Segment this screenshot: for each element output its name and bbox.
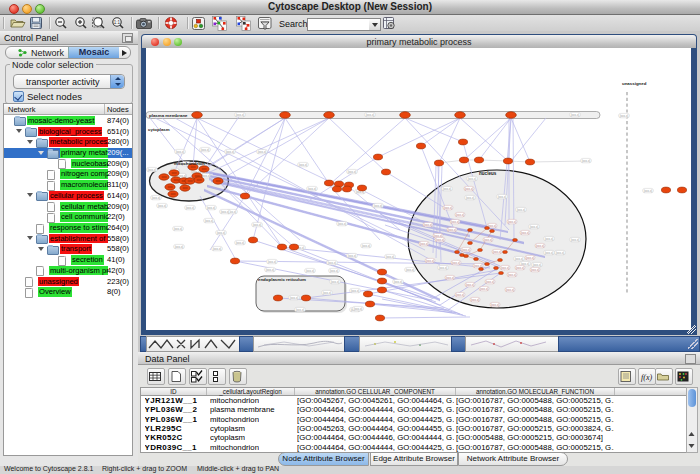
svg-text:(xxx-x): (xxx-x) bbox=[201, 148, 210, 152]
svg-text:1:1: 1:1 bbox=[114, 20, 121, 25]
svg-text:(xxx-x): (xxx-x) bbox=[456, 293, 465, 297]
svg-text:xxxx: xxxx bbox=[173, 179, 179, 182]
svg-text:xxxx: xxxx bbox=[201, 168, 207, 171]
svg-text:(xxx-x): (xxx-x) bbox=[424, 223, 433, 227]
svg-text:nucleus: nucleus bbox=[479, 171, 497, 176]
svg-text:(xxx-x): (xxx-x) bbox=[406, 268, 415, 272]
svg-text:(xxx-x): (xxx-x) bbox=[386, 255, 395, 259]
svg-text:(xxx-x): (xxx-x) bbox=[202, 174, 211, 178]
svg-text:(xxx-x): (xxx-x) bbox=[471, 298, 480, 302]
svg-text:(xxx-x): (xxx-x) bbox=[221, 210, 230, 214]
svg-text:(xxx-x): (xxx-x) bbox=[531, 268, 540, 272]
svg-text:(xxx-x): (xxx-x) bbox=[328, 261, 337, 265]
svg-text:(xxx-x): (xxx-x) bbox=[436, 238, 445, 242]
svg-text:(xxx-x): (xxx-x) bbox=[506, 288, 515, 292]
svg-text:(xxx-x): (xxx-x) bbox=[306, 269, 315, 273]
svg-text:(xxx-x): (xxx-x) bbox=[446, 276, 455, 280]
svg-text:(xxx-x): (xxx-x) bbox=[174, 227, 183, 231]
svg-text:(xxx-x): (xxx-x) bbox=[644, 189, 653, 193]
svg-text:(xxx-x): (xxx-x) bbox=[253, 223, 262, 227]
svg-text:xxxx: xxxx bbox=[187, 180, 193, 183]
svg-text:(xxx-x): (xxx-x) bbox=[299, 163, 308, 167]
svg-text:xxxx: xxxx bbox=[167, 186, 173, 189]
svg-text:(xxx-x): (xxx-x) bbox=[348, 254, 357, 258]
svg-text:(xxx-x): (xxx-x) bbox=[217, 231, 226, 235]
svg-text:xxxx: xxxx bbox=[161, 176, 167, 179]
svg-text:(xxx-x): (xxx-x) bbox=[186, 206, 195, 210]
svg-text:(xxx-x): (xxx-x) bbox=[498, 195, 507, 199]
svg-text:(xxx-x): (xxx-x) bbox=[152, 196, 161, 200]
svg-text:(xxx-x): (xxx-x) bbox=[452, 261, 461, 265]
svg-text:(xxx-x): (xxx-x) bbox=[296, 308, 305, 312]
svg-text:(xxx-x): (xxx-x) bbox=[468, 177, 477, 181]
svg-text:(xxx-x): (xxx-x) bbox=[526, 256, 535, 260]
svg-text:(xxx-x): (xxx-x) bbox=[484, 238, 493, 242]
svg-text:unassigned: unassigned bbox=[622, 81, 647, 86]
svg-text:(xxx-x): (xxx-x) bbox=[582, 159, 591, 163]
svg-text:(xxx-x): (xxx-x) bbox=[508, 273, 517, 277]
svg-text:(xxx-x): (xxx-x) bbox=[268, 260, 277, 264]
svg-text:(xxx-x): (xxx-x) bbox=[501, 266, 510, 270]
svg-text:(xxx-x): (xxx-x) bbox=[175, 245, 184, 249]
svg-text:(xxx-x): (xxx-x) bbox=[545, 237, 554, 241]
svg-text:(xxx-x): (xxx-x) bbox=[515, 257, 524, 261]
svg-text:(xxx-x): (xxx-x) bbox=[290, 296, 299, 300]
svg-text:(xxx-x): (xxx-x) bbox=[571, 238, 580, 242]
svg-text:(xxx-x): (xxx-x) bbox=[448, 228, 457, 232]
svg-text:(xxx-x): (xxx-x) bbox=[466, 283, 475, 287]
svg-text:(xxx-x): (xxx-x) bbox=[226, 150, 235, 154]
svg-text:(xxx-x): (xxx-x) bbox=[536, 244, 545, 248]
svg-text:(xxx-x): (xxx-x) bbox=[480, 287, 489, 291]
svg-text:xxxx: xxxx bbox=[215, 180, 221, 183]
svg-text:(xxx-x): (xxx-x) bbox=[348, 170, 357, 174]
svg-text:(xxx-x): (xxx-x) bbox=[331, 280, 340, 284]
svg-text:(xxx-x): (xxx-x) bbox=[213, 247, 222, 251]
svg-text:(xxx-x): (xxx-x) bbox=[207, 206, 216, 210]
svg-text:(xxx-x): (xxx-x) bbox=[462, 248, 471, 252]
svg-text:(xxx-x): (xxx-x) bbox=[258, 150, 267, 154]
svg-text:(xxx-x): (xxx-x) bbox=[530, 225, 539, 229]
svg-text:(xxx-x): (xxx-x) bbox=[354, 307, 363, 311]
svg-text:(xxx-x): (xxx-x) bbox=[394, 280, 403, 284]
svg-text:(xxx-x): (xxx-x) bbox=[465, 187, 474, 191]
svg-text:(xxx-x): (xxx-x) bbox=[456, 213, 465, 217]
svg-text:(xxx-x): (xxx-x) bbox=[236, 113, 245, 117]
svg-text:(xxx-x): (xxx-x) bbox=[308, 187, 317, 191]
svg-text:(xxx-x): (xxx-x) bbox=[545, 251, 554, 255]
svg-text:(xxx-x): (xxx-x) bbox=[205, 219, 214, 223]
svg-text:endoplasmic reticulum: endoplasmic reticulum bbox=[258, 277, 306, 282]
svg-text:xxxx: xxxx bbox=[171, 172, 177, 175]
svg-text:(xxx-x): (xxx-x) bbox=[443, 187, 452, 191]
svg-text:(xxx-x): (xxx-x) bbox=[158, 204, 167, 208]
svg-text:(xxx-x): (xxx-x) bbox=[533, 263, 542, 267]
svg-text:cytoplasm: cytoplasm bbox=[148, 127, 170, 132]
svg-text:(xxx-x): (xxx-x) bbox=[374, 204, 383, 208]
svg-text:(xxx-x): (xxx-x) bbox=[420, 242, 429, 246]
svg-text:(xxx-x): (xxx-x) bbox=[266, 268, 275, 272]
svg-text:(xxx-x): (xxx-x) bbox=[521, 231, 530, 235]
svg-text:xxxx: xxxx bbox=[190, 166, 196, 169]
svg-text:(xxx-x): (xxx-x) bbox=[508, 220, 517, 224]
svg-text:mitochondrion: mitochondrion bbox=[174, 161, 205, 166]
svg-text:(xxx-x): (xxx-x) bbox=[439, 266, 448, 270]
svg-text:(xxx-x): (xxx-x) bbox=[323, 291, 332, 295]
svg-text:(xxx-x): (xxx-x) bbox=[236, 241, 245, 245]
svg-text:(xxx-x): (xxx-x) bbox=[444, 206, 453, 210]
svg-text:(xxx-x): (xxx-x) bbox=[176, 150, 185, 154]
svg-text:(xxx-x): (xxx-x) bbox=[466, 196, 475, 200]
svg-text:(xxx-x): (xxx-x) bbox=[351, 289, 360, 293]
svg-text:(xxx-x): (xxx-x) bbox=[517, 208, 526, 212]
svg-text:plasma membrane: plasma membrane bbox=[149, 113, 188, 118]
svg-text:(xxx-x): (xxx-x) bbox=[571, 113, 580, 117]
svg-text:(xxx-x): (xxx-x) bbox=[362, 244, 371, 248]
svg-text:xxxx: xxxx bbox=[182, 187, 188, 190]
svg-text:xxxx: xxxx bbox=[196, 179, 202, 182]
svg-text:(xxx-x): (xxx-x) bbox=[451, 220, 460, 224]
svg-text:(xxx-x): (xxx-x) bbox=[491, 303, 500, 307]
svg-text:(xxx-x): (xxx-x) bbox=[366, 113, 375, 117]
svg-text:xxxx: xxxx bbox=[170, 193, 176, 196]
svg-text:(xxx-x): (xxx-x) bbox=[426, 259, 435, 263]
svg-text:(xxx-x): (xxx-x) bbox=[516, 266, 525, 270]
svg-text:(xxx-x): (xxx-x) bbox=[148, 168, 157, 172]
svg-text:(xxx-x): (xxx-x) bbox=[493, 250, 502, 254]
